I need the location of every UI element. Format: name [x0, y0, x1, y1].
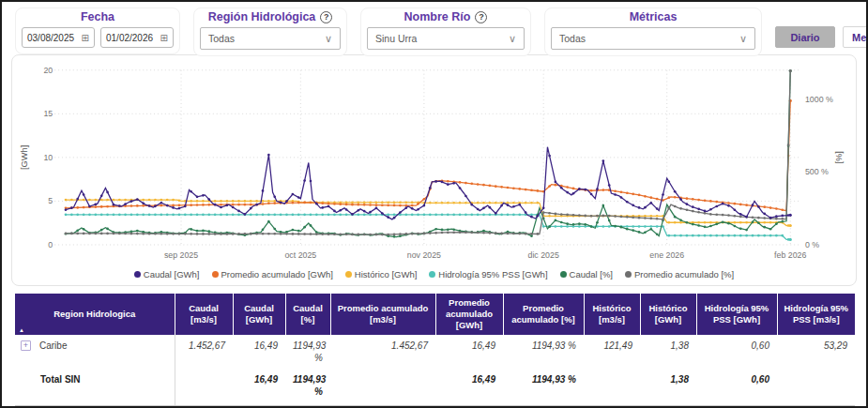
rio-label: Nombre Río — [404, 10, 471, 23]
value-cell: 0,60 — [696, 366, 777, 406]
metricas-label: Métricas — [551, 10, 755, 23]
region-selected-value: Todas — [208, 33, 235, 44]
rio-select[interactable]: Sinu Urra ∨ — [367, 27, 525, 50]
value-cell: 1.452,67 — [175, 335, 233, 366]
region-name: Total SIN — [40, 374, 81, 385]
expand-row-icon[interactable]: + — [21, 340, 31, 351]
value-cell: 1,38 — [640, 335, 696, 366]
svg-text:0 %: 0 % — [805, 240, 819, 249]
svg-text:oct 2025: oct 2025 — [284, 250, 316, 260]
calendar-icon: ⊞ — [82, 33, 89, 43]
table-row[interactable]: +Caribe1.452,6716,491194,93 %1.452,6716,… — [15, 335, 855, 366]
value-cell: 1194,93 % — [285, 335, 330, 366]
chart-card: 05101520sep 2025oct 2025nov 2025dic 2025… — [11, 54, 857, 286]
column-header[interactable]: Caudal [%] — [285, 294, 330, 335]
column-header[interactable]: Caudal [m3/s] — [175, 294, 233, 335]
legend-label: Caudal [GWh] — [144, 269, 200, 280]
legend-label: Promedio acumulado [%] — [634, 269, 734, 280]
end-date-input[interactable]: 01/02/2026 ⊞ — [100, 27, 174, 48]
value-cell: 1,38 — [640, 366, 696, 406]
fecha-label: Fecha — [22, 10, 174, 23]
mensual-button[interactable]: Mensual — [843, 26, 868, 48]
svg-text:15: 15 — [43, 109, 53, 118]
legend-label: Caudal [%] — [570, 269, 613, 280]
filter-fecha: Fecha 03/08/2025 ⊞ 01/02/2026 ⊞ — [15, 8, 180, 54]
column-header[interactable]: Promedio acumulado [m3/s] — [330, 294, 435, 335]
value-cell — [175, 366, 233, 406]
legend-label: Promedio acumulado [GWh] — [221, 269, 333, 280]
region-label: Región Hidrológica — [208, 10, 316, 23]
svg-text:nov 2025: nov 2025 — [407, 250, 441, 260]
svg-text:ene 2026: ene 2026 — [649, 250, 684, 260]
view-toggle: Diario Mensual — [775, 8, 868, 48]
start-date-input[interactable]: 03/08/2025 ⊞ — [22, 27, 95, 48]
svg-text:sep 2025: sep 2025 — [164, 250, 198, 260]
help-icon[interactable]: ? — [320, 11, 332, 23]
region-cell: Total SIN — [15, 366, 175, 406]
legend-item[interactable]: Promedio acumulado [GWh] — [212, 269, 333, 280]
filter-rio: Nombre Río ? Sinu Urra ∨ — [360, 8, 531, 56]
calendar-icon: ⊞ — [160, 33, 168, 43]
hydrology-line-chart[interactable]: 05101520sep 2025oct 2025nov 2025dic 2025… — [18, 59, 850, 268]
legend-item[interactable]: Histórico [GWh] — [345, 269, 418, 280]
region-hydrology-table: Region Hidrologica▲Caudal [m3/s]Caudal [… — [15, 294, 855, 406]
rio-selected-value: Sinu Urra — [375, 33, 417, 44]
column-header[interactable]: Histórico [m3/s] — [584, 294, 640, 335]
column-header[interactable]: Region Hidrologica▲ — [15, 294, 175, 335]
chart-legend: Caudal [GWh]Promedio acumulado [GWh]Hist… — [18, 268, 850, 283]
end-date-value: 01/02/2026 — [106, 33, 153, 43]
column-header[interactable]: Hidrología 95% PSS [GWh] — [696, 294, 777, 335]
filter-region: Región Hidrológica ? Todas ∨ — [193, 8, 347, 56]
start-date-value: 03/08/2025 — [27, 33, 74, 43]
region-select[interactable]: Todas ∨ — [200, 27, 341, 50]
svg-text:feb 2026: feb 2026 — [774, 250, 806, 260]
legend-item[interactable]: Caudal [GWh] — [134, 269, 200, 280]
svg-text:5: 5 — [48, 196, 53, 205]
value-cell — [777, 366, 855, 406]
sort-ascending-icon: ▲ — [19, 327, 24, 335]
hydrology-dashboard: { "colors": { "accent_purple": "#5f3aa6"… — [0, 0, 868, 408]
column-header[interactable]: Histórico [GWh] — [640, 294, 696, 335]
legend-item[interactable]: Promedio acumulado [%] — [625, 269, 734, 280]
value-cell: 1194,93 % — [285, 366, 330, 406]
legend-label: Histórico [GWh] — [355, 269, 418, 280]
value-cell: 16,49 — [233, 335, 285, 366]
column-header[interactable]: Promedio acumulado [GWh] — [435, 294, 503, 335]
svg-text:[GWh]: [GWh] — [20, 145, 29, 170]
value-cell: 16,49 — [435, 366, 503, 406]
svg-text:500 %: 500 % — [805, 167, 829, 176]
legend-label: Hidrología 95% PSS [GWh] — [438, 269, 547, 280]
value-cell — [584, 366, 640, 406]
help-icon[interactable]: ? — [475, 11, 487, 23]
table-row[interactable]: Total SIN16,491194,93 %16,491194,93 %1,3… — [15, 366, 855, 406]
region-table-container: Region Hidrologica▲Caudal [m3/s]Caudal [… — [15, 294, 853, 406]
value-cell: 53,29 — [777, 335, 855, 366]
svg-text:1000 %: 1000 % — [805, 95, 833, 104]
region-cell: +Caribe — [15, 335, 175, 366]
value-cell: 1194,93 % — [503, 366, 584, 406]
filter-metricas: Métricas Todas ∨ — [544, 8, 762, 56]
column-header[interactable]: Hidrología 95% PSS [m3/s] — [777, 294, 855, 335]
metricas-select[interactable]: Todas ∨ — [551, 27, 755, 50]
svg-text:0: 0 — [48, 240, 53, 249]
legend-item[interactable]: Hidrología 95% PSS [GWh] — [429, 269, 547, 280]
legend-item[interactable]: Caudal [%] — [560, 269, 613, 280]
chevron-down-icon: ∨ — [509, 33, 516, 45]
value-cell: 1.452,67 — [330, 335, 435, 366]
column-header[interactable]: Promedio acumulado [%] — [503, 294, 584, 335]
diario-button[interactable]: Diario — [775, 26, 835, 48]
svg-text:dic 2025: dic 2025 — [528, 250, 559, 260]
column-header[interactable]: Caudal [GWh] — [233, 294, 285, 335]
chevron-down-icon: ∨ — [739, 33, 747, 45]
filter-bar: Fecha 03/08/2025 ⊞ 01/02/2026 ⊞ Región H… — [2, 2, 866, 51]
value-cell — [330, 366, 435, 406]
value-cell: 121,49 — [584, 335, 640, 366]
legend-dot-icon — [212, 271, 219, 278]
chevron-down-icon: ∨ — [325, 33, 332, 45]
legend-dot-icon — [560, 271, 567, 278]
legend-dot-icon — [625, 271, 632, 278]
legend-dot-icon — [429, 271, 435, 278]
region-name: Caribe — [39, 340, 67, 351]
svg-text:20: 20 — [43, 66, 53, 75]
legend-dot-icon — [134, 271, 141, 278]
